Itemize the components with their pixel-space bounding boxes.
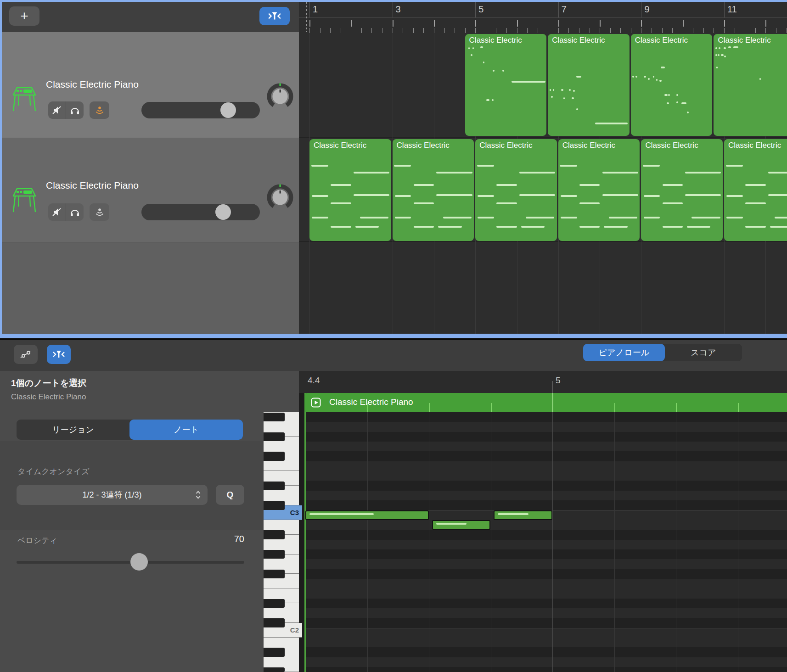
ruler-beat-tick	[568, 28, 569, 33]
piano-roll-grid[interactable]: Classic Electric Piano	[299, 393, 787, 672]
grid-row-black	[305, 667, 787, 672]
region-mini-note	[648, 78, 650, 80]
piano-key-black[interactable]	[264, 432, 285, 441]
ruler-bar-number: 7	[562, 4, 567, 15]
editor-region-header[interactable]: Classic Electric Piano	[304, 393, 787, 412]
ruler-bar-tick	[683, 20, 684, 27]
region-mini-note	[745, 202, 765, 204]
region-mini-note	[414, 226, 434, 228]
editor-ruler[interactable]: 4.45	[299, 371, 787, 393]
quantize-apply-button[interactable]: Q	[216, 485, 244, 505]
tab-piano-roll[interactable]: ピアノロール	[583, 344, 665, 361]
region-mini-note	[572, 97, 574, 99]
midi-region[interactable]: Classic Electric	[714, 34, 787, 136]
catch-playhead-button[interactable]	[47, 345, 71, 364]
region-mini-note	[668, 94, 670, 96]
piano-key-black[interactable]	[264, 570, 285, 578]
volume-slider[interactable]	[141, 204, 260, 220]
grid-row-white	[305, 559, 787, 569]
timeline-area[interactable]: 1357911Classic ElectricClassic ElectricC…	[299, 2, 787, 334]
velocity-value: 70	[184, 534, 244, 544]
ruler-beat-tick	[320, 28, 320, 33]
piano-key-black[interactable]	[264, 482, 285, 490]
ruler-beat-tick	[735, 28, 735, 33]
piano-key-black[interactable]	[264, 667, 285, 672]
region-header-tick	[491, 403, 492, 412]
track-name[interactable]: Classic Electric Piano	[46, 180, 139, 191]
region-mini-note	[569, 89, 571, 91]
volume-slider[interactable]	[141, 102, 260, 118]
velocity-label: ベロシティ	[17, 535, 57, 546]
midi-region[interactable]: Classic Electric	[475, 139, 557, 241]
solo-button[interactable]	[66, 203, 84, 221]
ruler-beat-tick	[309, 28, 310, 33]
region-mini-note	[609, 217, 637, 218]
region-mini-note	[644, 76, 646, 78]
midi-note[interactable]	[432, 520, 491, 530]
piano-key-black[interactable]	[264, 413, 285, 421]
tab-score[interactable]: スコア	[665, 344, 742, 361]
piano-key-black[interactable]	[264, 648, 285, 656]
midi-note[interactable]	[305, 510, 429, 520]
piano-key-black[interactable]	[264, 452, 285, 460]
piano-key-black[interactable]	[264, 550, 285, 559]
catch-playhead-icon	[52, 349, 66, 359]
tab-region[interactable]: リージョン	[17, 420, 129, 440]
midi-region[interactable]: Classic Electric	[465, 34, 547, 136]
region-mini-note	[496, 202, 517, 204]
region-mini-note	[561, 89, 563, 91]
ruler-separator	[299, 17, 787, 18]
midi-region[interactable]: Classic Electric	[558, 139, 640, 241]
editor-ruler-number: 5	[556, 375, 561, 386]
region-label: Classic Electric	[397, 141, 450, 150]
pan-knob[interactable]	[265, 184, 295, 213]
region-mini-note	[656, 79, 658, 81]
mute-button[interactable]	[48, 101, 66, 119]
mute-button[interactable]	[48, 203, 66, 221]
midi-region[interactable]: Classic Electric	[309, 139, 391, 241]
pan-knob[interactable]	[265, 83, 295, 112]
volume-slider-thumb[interactable]	[215, 204, 231, 220]
region-mini-note	[331, 184, 351, 186]
midi-note[interactable]	[494, 510, 552, 520]
region-mini-note	[632, 76, 634, 78]
midi-region[interactable]: Classic Electric	[393, 139, 474, 241]
project-start-line	[306, 2, 307, 32]
add-track-button[interactable]: +	[9, 6, 39, 26]
midi-region[interactable]: Classic Electric	[548, 34, 630, 136]
piano-key-black[interactable]	[264, 618, 285, 627]
region-header-tick	[552, 393, 553, 412]
volume-slider-thumb[interactable]	[220, 102, 236, 118]
midi-region[interactable]: Classic Electric	[631, 34, 713, 136]
ruler-beat-tick	[413, 28, 414, 33]
region-mini-note	[563, 97, 565, 99]
grid-row-black	[305, 549, 787, 559]
lane-separator	[299, 137, 787, 138]
catch-playhead-button[interactable]	[259, 7, 290, 25]
mute-speaker-icon	[52, 207, 62, 217]
ruler-beat-tick	[600, 28, 600, 33]
ruler-bar-tick	[724, 20, 725, 27]
quantize-dropdown[interactable]: 1/2 - 3連符 (1/3)	[17, 485, 208, 505]
region-mini-note	[561, 217, 577, 218]
monitoring-button[interactable]	[90, 203, 109, 221]
midi-region[interactable]: Classic Electric	[724, 139, 787, 241]
piano-key-black[interactable]	[264, 599, 285, 608]
ruler-beat-tick	[434, 28, 434, 33]
track-name[interactable]: Classic Electric Piano	[46, 79, 139, 90]
grid-vline	[491, 412, 491, 672]
midi-region[interactable]: Classic Electric	[641, 139, 723, 241]
automation-button[interactable]	[14, 345, 38, 364]
region-mini-note	[595, 123, 628, 124]
region-mini-note	[733, 46, 738, 48]
piano-key-black[interactable]	[264, 530, 285, 539]
monitoring-button[interactable]	[90, 101, 109, 119]
ruler-bar-line	[641, 2, 641, 17]
grid-row-white	[305, 579, 787, 588]
solo-button[interactable]	[66, 101, 84, 119]
region-play-button[interactable]	[311, 398, 321, 408]
velocity-slider-thumb[interactable]	[130, 553, 148, 571]
tab-note[interactable]: ノート	[129, 420, 243, 440]
piano-key-black[interactable]	[264, 501, 285, 510]
region-mini-note	[653, 76, 655, 78]
